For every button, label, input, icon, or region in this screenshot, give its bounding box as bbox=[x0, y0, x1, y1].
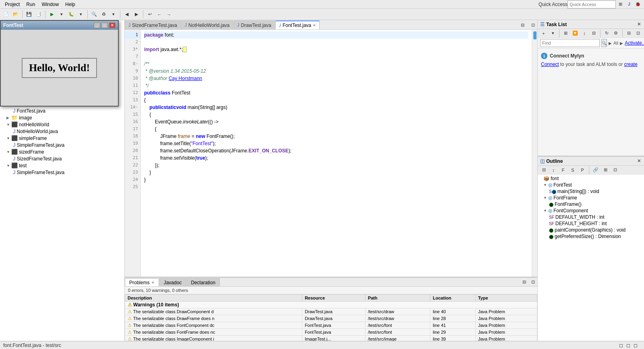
tab-declaration[interactable]: Declaration bbox=[186, 278, 220, 286]
toolbar-save-btn[interactable]: 💾 bbox=[25, 10, 33, 19]
tab-javadoc[interactable]: Javadoc bbox=[159, 278, 186, 286]
java-app-content: Hello, World! bbox=[1, 30, 118, 106]
menu-project[interactable]: Project bbox=[2, 1, 23, 8]
tab-drawtest[interactable]: J DrawTest.java bbox=[234, 21, 275, 29]
outline-item-font[interactable]: 📦 font bbox=[538, 175, 644, 182]
outline-item-fontframe-class[interactable]: ▼ ◎ FontFrame bbox=[538, 195, 644, 201]
toolbar-debug-run-btn[interactable]: 🐛 bbox=[67, 10, 76, 19]
task-sort-btn[interactable]: ↕ bbox=[580, 29, 588, 38]
task-sep2 bbox=[600, 29, 601, 37]
java-win-minimize[interactable]: _ bbox=[94, 23, 100, 28]
line-num: 18 bbox=[125, 133, 140, 140]
tree-item-simpleframetestjava[interactable]: J SimpleFrameTest.java bbox=[0, 142, 124, 148]
editor-scrollbar[interactable] bbox=[532, 30, 537, 277]
toolbar-debug-dropdown[interactable]: ▾ bbox=[76, 10, 85, 19]
tab-problems[interactable]: Problems ✕ bbox=[125, 278, 159, 286]
editor-restore-btn[interactable]: ⊡ bbox=[528, 21, 537, 29]
quick-access-input[interactable] bbox=[568, 0, 616, 8]
task-maximize-btn[interactable]: ⊡ bbox=[634, 29, 642, 38]
outline-sort-btn[interactable]: ↕ bbox=[549, 166, 558, 174]
problems-toolbar-btn1[interactable]: ⊟ bbox=[520, 277, 528, 286]
task-find-btn[interactable]: 🔍 bbox=[601, 39, 607, 47]
connect-mylyn-link2[interactable]: create bbox=[624, 62, 638, 67]
outline-link-editor-btn[interactable]: 🔗 bbox=[591, 166, 600, 174]
menu-window[interactable]: Window bbox=[38, 1, 62, 8]
outline-item-paint[interactable]: ⬤ paintComponent(Graphics) : void bbox=[538, 227, 644, 233]
outline-item-getpreferredsize[interactable]: ⬤ getPreferredSize() : Dimension bbox=[538, 233, 644, 240]
outline-item-default-width[interactable]: SF DEFAULT_WIDTH : int bbox=[538, 214, 644, 220]
toolbar-next-btn[interactable]: ▶ bbox=[132, 10, 141, 19]
outline-expand-btn[interactable]: ⊞ bbox=[601, 166, 610, 174]
task-filter-btn[interactable]: 🔽 bbox=[571, 29, 579, 38]
outline-panel-close[interactable]: ✕ bbox=[636, 158, 642, 164]
tab-problems-close[interactable]: ✕ bbox=[151, 281, 155, 285]
connect-mylyn-link1[interactable]: Connect bbox=[541, 62, 559, 67]
tree-item-image[interactable]: ▶ 📁 image bbox=[0, 114, 124, 121]
task-find-input[interactable] bbox=[540, 39, 600, 47]
task-new-btn[interactable]: + bbox=[539, 29, 548, 38]
editor-maximize-btn[interactable]: ⊟ bbox=[518, 21, 527, 29]
toolbar-save-all-btn[interactable]: 📑 bbox=[34, 10, 43, 19]
tab-label: NotHelloWorld.java bbox=[188, 23, 230, 28]
field-icon: SF bbox=[549, 222, 554, 226]
toolbar-last-edit-btn[interactable]: ↩ bbox=[145, 10, 154, 19]
toolbar-back-btn[interactable]: ← bbox=[155, 10, 164, 19]
toolbar-new-btn[interactable]: 📄 bbox=[2, 10, 10, 19]
table-row[interactable]: ⚠ The serializable class DrawComponent d… bbox=[125, 308, 537, 315]
tree-item-sizedframetestjava[interactable]: J SizedFrameTest.java bbox=[0, 155, 124, 162]
code-line-19: frame.setTitle("FontTest"); bbox=[144, 140, 528, 147]
task-panel-close[interactable]: ✕ bbox=[636, 21, 642, 27]
tree-item-test[interactable]: ▼ ⬛ test bbox=[0, 162, 124, 169]
toolbar-refactor-dropdown[interactable]: ▾ bbox=[109, 10, 118, 19]
tree-item-nothelloworld[interactable]: ▼ ⬛ notHelloWorld bbox=[0, 121, 124, 128]
tab-sizedframetest[interactable]: J SizedFrameTest.java bbox=[125, 21, 181, 29]
java-win-maximize[interactable]: □ bbox=[101, 23, 108, 28]
outline-hide-static-btn[interactable]: S bbox=[568, 166, 577, 174]
code-content[interactable]: package font; import java.awt.*; /** * @… bbox=[141, 30, 532, 277]
outline-hide-fields-btn[interactable]: F bbox=[559, 166, 568, 174]
toolbar-fwd-btn[interactable]: → bbox=[165, 10, 173, 19]
toolbar-java-btn[interactable]: J bbox=[625, 0, 634, 9]
tab-fonttest[interactable]: J FontTest.java ✕ bbox=[275, 21, 320, 29]
outline-item-fonttest-class[interactable]: ▼ ◎ FontTest bbox=[538, 182, 644, 188]
menu-help[interactable]: Help bbox=[62, 1, 78, 8]
outline-tree[interactable]: 📦 font ▼ ◎ FontTest S⬤ main(String[]) : … bbox=[538, 174, 644, 349]
activate-link[interactable]: Activate... bbox=[625, 40, 644, 46]
tree-item-nothelloworldjava[interactable]: J NotHelloWorld.java bbox=[0, 128, 124, 135]
toolbar-refactor-btn[interactable]: ♻ bbox=[99, 10, 108, 19]
toolbar-run-dropdown[interactable]: ▾ bbox=[57, 10, 66, 19]
tree-item-test-simpleframetest[interactable]: J SimpleFrameTest.java bbox=[0, 169, 124, 176]
cell-resource: DrawTest.java bbox=[302, 308, 365, 315]
toolbar-prev-btn[interactable]: ◀ bbox=[122, 10, 131, 19]
menu-run[interactable]: Run bbox=[23, 1, 38, 8]
outline-item-fontcomponent-class[interactable]: ▼ ◎ FontComponent bbox=[538, 207, 644, 214]
col-description: Description bbox=[125, 295, 302, 302]
outline-item-main[interactable]: S⬤ main(String[]) : void bbox=[538, 188, 644, 195]
table-row[interactable]: ⚠ The serializable class DrawFrame does … bbox=[125, 315, 537, 322]
java-win-close[interactable]: ✕ bbox=[109, 23, 116, 28]
tab-close-btn[interactable]: ✕ bbox=[313, 23, 316, 27]
tree-item-fonttestjava[interactable]: J FontTest.java bbox=[0, 107, 124, 114]
outline-item-fontframe-ctor[interactable]: ⬤ FontFrame() bbox=[538, 201, 644, 207]
task-collapse-btn[interactable]: ⊟ bbox=[625, 29, 633, 38]
task-dropdown[interactable]: ▾ bbox=[549, 29, 557, 38]
toolbar-run-btn[interactable]: ▶ bbox=[47, 10, 56, 19]
task-sync-btn[interactable]: ↻ bbox=[603, 29, 611, 38]
outline-maximize-btn[interactable]: ⊡ bbox=[611, 166, 619, 174]
tree-item-sizedframe[interactable]: ▼ ⬛ sizedFrame bbox=[0, 148, 124, 155]
tree-item-simpleframe[interactable]: ▼ ⬛ simpleFrame bbox=[0, 135, 124, 142]
task-settings-btn[interactable]: ⚙ bbox=[612, 29, 620, 38]
table-row[interactable]: ⚠ The serializable class FontComponent d… bbox=[125, 322, 537, 329]
tab-nothelloworld[interactable]: J NotHelloWorld.java bbox=[181, 21, 233, 29]
outline-item-default-height[interactable]: SF DEFAULT_HEIGHT : int bbox=[538, 220, 644, 227]
toolbar-debug-btn[interactable]: 🐞 bbox=[634, 0, 642, 9]
task-group-btn[interactable]: ⊟ bbox=[590, 29, 598, 38]
toolbar-perspectives-btn[interactable]: ⊞ bbox=[616, 0, 625, 9]
problems-toolbar-btn2[interactable]: ⊡ bbox=[528, 277, 537, 286]
toolbar-open-btn[interactable]: 📂 bbox=[11, 10, 20, 19]
toolbar-search-btn[interactable]: 🔍 bbox=[90, 10, 99, 19]
outline-hide-nonpublic-btn[interactable]: P bbox=[578, 166, 587, 174]
task-category-btn[interactable]: ⊞ bbox=[561, 29, 570, 38]
outline-collapse-btn[interactable]: ⊟ bbox=[539, 166, 548, 174]
table-row[interactable]: ⚠ The serializable class FontFrame does … bbox=[125, 329, 537, 336]
